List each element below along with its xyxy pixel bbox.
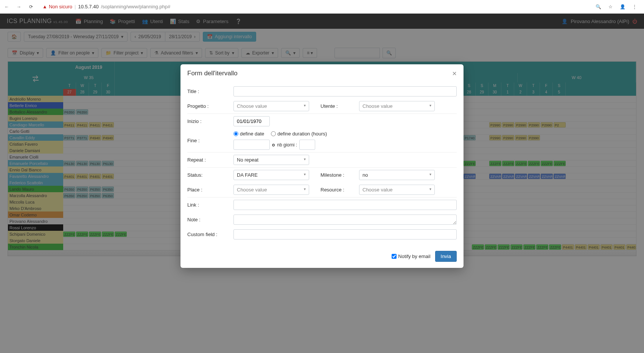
search-icon[interactable]: 🔍 — [595, 3, 602, 10]
utente-select[interactable]: Choose value — [359, 101, 435, 111]
insecure-icon: ▲ Non sicuro — [42, 4, 72, 9]
notify-checkbox[interactable]: Notify by email — [392, 253, 430, 259]
fine-label: Fine : — [187, 138, 228, 143]
reload-icon[interactable]: ⟳ — [27, 3, 35, 11]
title-label: Title : — [187, 89, 228, 94]
link-label: Link : — [187, 202, 228, 208]
url-host: 10.5.7.40 — [78, 4, 98, 9]
browser-chrome: ← → ⟳ ▲ Non sicuro | 10.5.7.40/soplannin… — [0, 0, 644, 14]
utente-label: Utente : — [320, 103, 348, 109]
close-icon[interactable]: × — [452, 70, 457, 77]
status-label: Status: — [187, 172, 228, 178]
modal-title: Form dell'itervallo — [187, 70, 238, 77]
profile-icon[interactable]: 👤 — [619, 3, 626, 10]
url-path: /soplanning/www/planning.php# — [101, 4, 171, 9]
inizio-input[interactable] — [233, 116, 270, 126]
interval-form-modal: Form dell'itervallo × Title : Progetto :… — [180, 64, 464, 264]
url-bar[interactable]: ▲ Non sicuro | 10.5.7.40/soplanning/www/… — [39, 2, 590, 11]
forward-icon[interactable]: → — [15, 3, 23, 11]
submit-button[interactable]: Invia — [435, 251, 457, 262]
resource-label: Resource : — [320, 187, 348, 193]
progetto-label: Progetto : — [187, 103, 228, 109]
place-select[interactable]: Choose value — [233, 185, 309, 195]
progetto-select[interactable]: Choose value — [233, 101, 309, 111]
note-textarea[interactable] — [233, 215, 457, 225]
milestone-select[interactable]: no — [359, 170, 435, 180]
star-icon[interactable]: ☆ — [607, 3, 614, 10]
place-label: Place : — [187, 187, 228, 193]
inizio-label: Inizio : — [187, 118, 228, 124]
nb-giorni-input[interactable] — [299, 140, 315, 150]
title-input[interactable] — [233, 86, 457, 96]
repeat-label: Repeat : — [187, 157, 228, 163]
resource-select[interactable]: Choose value — [359, 185, 435, 195]
note-label: Note : — [187, 217, 228, 222]
o-label: o — [272, 142, 275, 148]
repeat-select[interactable]: No repeat — [233, 155, 309, 165]
menu-icon[interactable]: ⋮ — [631, 3, 638, 10]
link-input[interactable] — [233, 200, 457, 210]
back-icon[interactable]: ← — [3, 3, 11, 11]
milestone-label: Milestone : — [320, 172, 348, 178]
define-date-radio[interactable]: define date — [233, 131, 264, 137]
status-select[interactable]: DA FARE — [233, 170, 309, 180]
custom-label: Custom field : — [187, 232, 228, 237]
custom-field-input[interactable] — [233, 229, 457, 239]
define-duration-radio[interactable]: define duration (hours) — [271, 131, 327, 137]
fine-date-input[interactable] — [233, 140, 270, 150]
nbgiorni-label: nb giorni : — [277, 142, 297, 148]
